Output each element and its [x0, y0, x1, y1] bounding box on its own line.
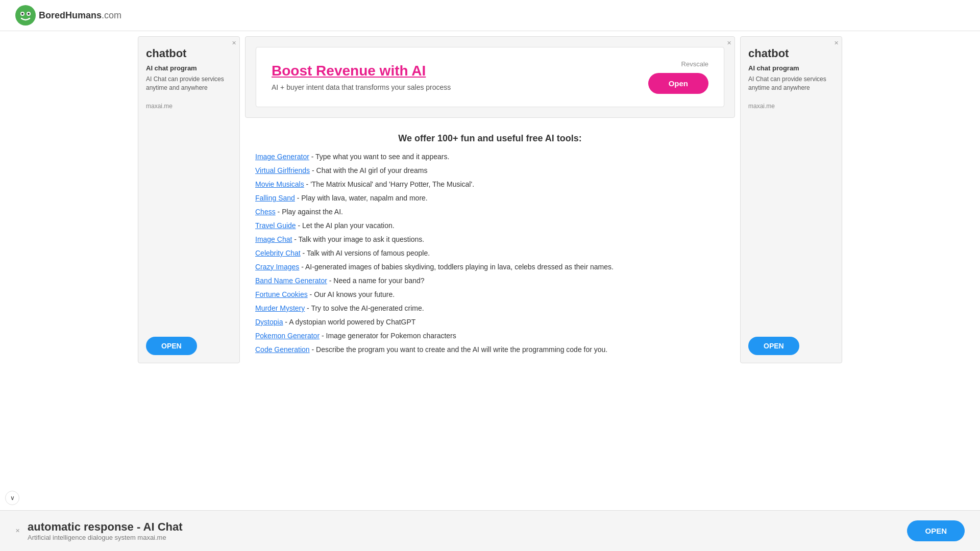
svg-point-3	[21, 13, 23, 15]
center-content: ✕ Boost Revenue with AI AI + buyer inten…	[245, 36, 735, 363]
tool-link[interactable]: Murder Mystery	[255, 304, 305, 312]
right-ad-open-button[interactable]: OPEN	[748, 337, 799, 355]
tool-link[interactable]: Code Generation	[255, 345, 310, 354]
left-side-ad: ✕ chatbot AI chat program AI Chat can pr…	[138, 36, 240, 363]
tool-link[interactable]: Virtual Girlfriends	[255, 166, 310, 174]
tool-desc: - Need a name for your band?	[327, 277, 425, 285]
svg-point-0	[15, 5, 36, 26]
logo-brand: BoredHumans	[39, 10, 102, 20]
tool-link[interactable]: Band Name Generator	[255, 277, 327, 285]
tool-desc: - Let the AI plan your vacation.	[296, 221, 395, 230]
list-item: Movie Musicals - 'The Matrix Musical' an…	[255, 179, 725, 190]
tool-desc: - Image generator for Pokemon characters	[320, 332, 456, 340]
tools-heading: We offer 100+ fun and useful free AI too…	[255, 133, 725, 144]
list-item: Code Generation - Describe the program y…	[255, 344, 725, 355]
left-ad-close-button[interactable]: ✕	[232, 40, 236, 46]
tool-link[interactable]: Chess	[255, 208, 276, 216]
three-col-layout: ✕ chatbot AI chat program AI Chat can pr…	[133, 36, 847, 363]
center-top-ad: ✕ Boost Revenue with AI AI + buyer inten…	[245, 36, 735, 118]
left-ad-subtitle: AI chat program	[146, 64, 197, 72]
tool-link[interactable]: Movie Musicals	[255, 180, 304, 188]
right-ad-title: chatbot	[748, 47, 789, 60]
tool-desc: - A dystopian world powered by ChatGPT	[283, 318, 415, 326]
list-item: Murder Mystery - Try to solve the AI-gen…	[255, 303, 725, 314]
tool-desc: - Our AI knows your future.	[308, 290, 395, 298]
left-ad-domain: maxai.me	[146, 103, 173, 110]
right-ad-subtitle: AI chat program	[748, 64, 799, 72]
list-item: Chess - Play against the AI.	[255, 207, 725, 217]
tool-link[interactable]: Crazy Images	[255, 263, 299, 271]
center-ad-right: Revscale Open	[648, 60, 708, 94]
list-item: Image Generator - Type what you want to …	[255, 152, 725, 162]
tool-link[interactable]: Dystopia	[255, 318, 283, 326]
tool-desc: - Play with lava, water, napalm and more…	[295, 194, 428, 202]
tool-desc: - Talk with your image to ask it questio…	[292, 235, 424, 243]
tool-link[interactable]: Travel Guide	[255, 221, 296, 230]
list-item: Dystopia - A dystopian world powered by …	[255, 317, 725, 328]
list-item: Band Name Generator - Need a name for yo…	[255, 276, 725, 286]
tool-desc: - 'The Matrix Musical' and 'Harry Potter…	[304, 180, 474, 188]
list-item: Image Chat - Talk with your image to ask…	[255, 234, 725, 245]
logo-domain: .com	[102, 10, 121, 20]
tool-desc: - Describe the program you want to creat…	[310, 345, 608, 354]
logo-text: BoredHumans.com	[39, 10, 121, 21]
center-ad-heading: Boost Revenue with AI	[272, 63, 451, 79]
tool-desc: - Try to solve the AI-generated crime.	[305, 304, 424, 312]
center-ad-text: Boost Revenue with AI AI + buyer intent …	[272, 63, 451, 91]
list-item: Falling Sand - Play with lava, water, na…	[255, 193, 725, 204]
right-ad-close-button[interactable]: ✕	[834, 40, 839, 46]
tool-desc: - Type what you want to see and it appea…	[309, 153, 449, 161]
logo-icon	[15, 5, 36, 26]
tool-desc: - AI-generated images of babies skydivin…	[299, 263, 614, 271]
tools-list: Image Generator - Type what you want to …	[255, 152, 725, 355]
logo[interactable]: BoredHumans.com	[15, 5, 121, 26]
right-ad-domain: maxai.me	[748, 103, 775, 110]
tool-link[interactable]: Falling Sand	[255, 194, 295, 202]
right-side-ad: ✕ chatbot AI chat program AI Chat can pr…	[740, 36, 842, 363]
tools-section: We offer 100+ fun and useful free AI too…	[245, 128, 735, 363]
list-item: Celebrity Chat - Talk with AI versions o…	[255, 248, 725, 259]
left-ad-open-button[interactable]: OPEN	[146, 337, 197, 355]
tool-link[interactable]: Celebrity Chat	[255, 249, 301, 257]
list-item: Fortune Cookies - Our AI knows your futu…	[255, 289, 725, 300]
tool-link[interactable]: Image Generator	[255, 153, 309, 161]
right-ad-desc: AI Chat can provide services anytime and…	[748, 75, 834, 92]
center-ad-close-button[interactable]: ✕	[727, 40, 731, 46]
list-item: Crazy Images - AI-generated images of ba…	[255, 262, 725, 272]
center-ad-source: Revscale	[681, 60, 708, 68]
page-content: ✕ chatbot AI chat program AI Chat can pr…	[0, 31, 980, 368]
center-ad-inner: Boost Revenue with AI AI + buyer intent …	[256, 47, 724, 107]
center-ad-open-button[interactable]: Open	[648, 73, 708, 94]
center-ad-subtext: AI + buyer intent data that transforms y…	[272, 83, 451, 91]
tool-link[interactable]: Image Chat	[255, 235, 292, 243]
left-ad-title: chatbot	[146, 47, 186, 60]
tool-desc: - Talk with AI versions of famous people…	[301, 249, 430, 257]
header: BoredHumans.com	[0, 0, 980, 31]
tool-link[interactable]: Fortune Cookies	[255, 290, 308, 298]
list-item: Travel Guide - Let the AI plan your vaca…	[255, 220, 725, 231]
tool-desc: - Chat with the AI girl of your dreams	[310, 166, 427, 174]
list-item: Virtual Girlfriends - Chat with the AI g…	[255, 165, 725, 176]
tool-desc: - Play against the AI.	[276, 208, 343, 216]
list-item: Pokemon Generator - Image generator for …	[255, 331, 725, 341]
left-ad-desc: AI Chat can provide services anytime and…	[146, 75, 232, 92]
svg-point-4	[28, 13, 30, 15]
tool-link[interactable]: Pokemon Generator	[255, 332, 320, 340]
